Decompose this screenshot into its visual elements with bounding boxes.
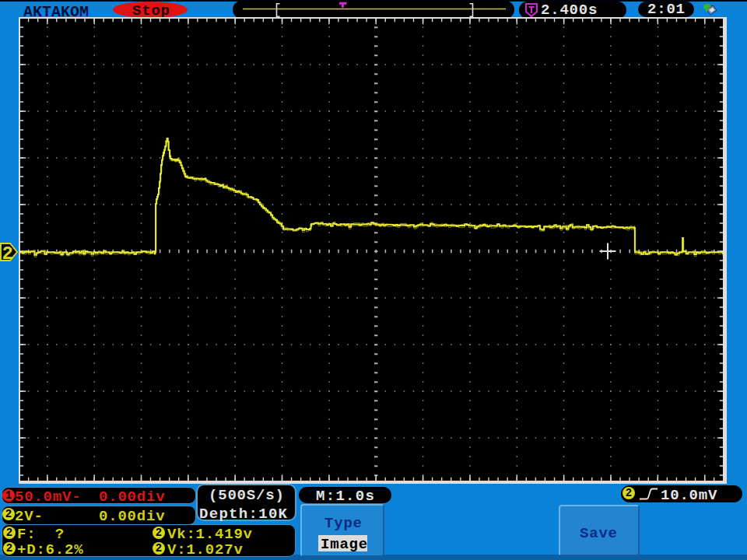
svg-text:2: 2: [2, 243, 13, 263]
